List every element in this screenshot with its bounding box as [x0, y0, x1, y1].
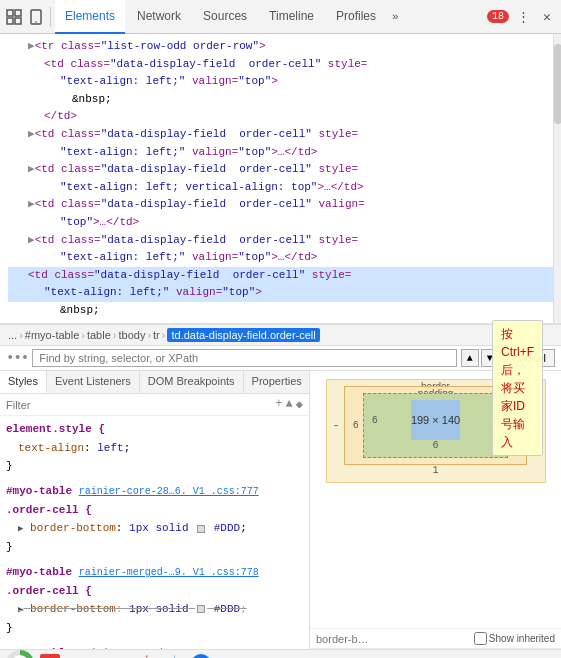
html-line[interactable]: "text-align: left;" valign="top">…</td>	[8, 249, 553, 267]
breadcrumb-tbody[interactable]: tbody	[118, 329, 145, 341]
css-source-link-2[interactable]: rainier-merged-…9. V1 .css:778	[79, 567, 259, 578]
search-dots: •••	[6, 350, 28, 366]
download-arrow-icon: ↓	[172, 653, 178, 658]
toolbar-separator	[50, 7, 51, 27]
scrollbar-thumb[interactable]	[554, 44, 561, 124]
html-line-selected[interactable]: "text-align: left;" valign="top">	[8, 284, 553, 302]
box-model-content: 199 × 140	[411, 400, 460, 440]
html-line[interactable]: ▶ <td class="data-display-field order-ce…	[8, 161, 553, 179]
annotation-text: 按Ctrl+F后，将买家ID号输入	[492, 320, 543, 456]
html-panel: ▶ <tr class="list-row-odd order-row"> <t…	[0, 34, 561, 324]
mobile-icon[interactable]	[26, 7, 46, 27]
css-close-brace: }	[6, 457, 303, 476]
padding-left-val: 6	[351, 420, 361, 431]
filter-input[interactable]	[6, 399, 271, 411]
diamond-icon[interactable]: ◆	[296, 397, 303, 412]
tab-dom-breakpoints[interactable]: DOM Breakpoints	[140, 371, 244, 393]
close-icon[interactable]: ✕	[537, 7, 557, 27]
tab-profiles[interactable]: Profiles	[326, 0, 386, 34]
tab-sources[interactable]: Sources	[193, 0, 257, 34]
svg-rect-3	[15, 18, 21, 24]
tab-properties[interactable]: Properties	[244, 371, 310, 393]
search-input[interactable]	[32, 349, 457, 367]
download-speed-wrapper: ↓ 0K/s	[164, 653, 186, 658]
toolbar-right: 18 ⋮ ✕	[485, 7, 557, 27]
styles-panel: Styles Event Listeners DOM Breakpoints P…	[0, 371, 310, 649]
css-close-brace: }	[6, 538, 303, 557]
css-source-link-1[interactable]: rainier-core-28…6. V1 .css:777	[79, 486, 259, 497]
breadcrumb-ellipsis[interactable]: ...	[8, 329, 17, 341]
styles-content: element.style { text-align: left; } #myo…	[0, 416, 309, 649]
css-selector-row: #myo-table rainier-core-28…6. V1 .css:77…	[6, 482, 303, 501]
add-button[interactable]: +	[191, 654, 211, 659]
status-bar: 67% S 学买卖@陈洲 ↑ 0K/s ↓ 0K/s +	[0, 649, 561, 658]
search-prev-button[interactable]: ▲	[461, 349, 479, 367]
html-line[interactable]: </td>	[8, 108, 553, 126]
panel-tabs: Styles Event Listeners DOM Breakpoints P…	[0, 371, 309, 394]
css-block-1: #myo-table rainier-core-28…6. V1 .css:77…	[6, 482, 303, 557]
css-prop-row[interactable]: text-align: left;	[6, 439, 303, 458]
html-line[interactable]: ▶ <td class="data-display-field order-ce…	[8, 126, 553, 144]
breadcrumb-tr[interactable]: tr	[153, 329, 160, 341]
tab-network[interactable]: Network	[127, 0, 191, 34]
html-line[interactable]: "text-align: left; vertical-align: top">…	[8, 179, 553, 197]
padding-bottom-val: 6	[370, 440, 502, 451]
css-block-3: #myo-table rainier-merged-…9. V1 .css:77…	[6, 644, 303, 649]
svg-rect-0	[7, 10, 13, 16]
css-prop-row[interactable]: ▶ border-bottom: 1px solid #DDD;	[6, 519, 303, 538]
add-filter-icon[interactable]: +	[275, 397, 282, 412]
css-selector-row: #myo-table rainier-merged-…9. V1 .css:77…	[6, 644, 303, 649]
css-selector-row: #myo-table rainier-merged-…9. V1 .css:77…	[6, 563, 303, 582]
tab-styles[interactable]: Styles	[0, 371, 47, 393]
css-subselector: .order-cell {	[6, 582, 303, 601]
html-line[interactable]: ▶ <td class="data-display-field order-ce…	[8, 232, 553, 250]
html-line[interactable]: <td class="data-display-field order-cell…	[8, 56, 553, 74]
html-line[interactable]: ▶ <tr class="list-row-odd order-row">	[8, 38, 553, 56]
tab-timeline[interactable]: Timeline	[259, 0, 324, 34]
tab-elements[interactable]: Elements	[55, 0, 125, 34]
css-prop-row-strikethrough[interactable]: ▶ border-bottom: 1px solid #DDD;	[6, 600, 303, 619]
filter-icons: + ▲ ◆	[275, 397, 303, 412]
css-block-2: #myo-table rainier-merged-…9. V1 .css:77…	[6, 563, 303, 638]
border-bottom-val: 1	[333, 465, 539, 476]
css-source-link-3[interactable]: rainier-merged-…9. V1 .css:778	[79, 648, 259, 649]
html-line-selected[interactable]: <td class="data-display-field order-cell…	[8, 267, 553, 285]
svg-rect-2	[7, 18, 13, 24]
breadcrumb-bar: ... › #myo-table › table › tbody › tr › …	[0, 324, 561, 346]
html-line[interactable]: &nbsp;	[8, 302, 553, 320]
svg-point-5	[35, 21, 37, 23]
more-tabs-button[interactable]: »	[388, 11, 403, 23]
tab-event-listeners[interactable]: Event Listeners	[47, 371, 140, 393]
pin-icon[interactable]: ▲	[286, 397, 293, 412]
bottom-panels: Styles Event Listeners DOM Breakpoints P…	[0, 371, 561, 649]
right-filter-input[interactable]	[316, 633, 376, 645]
scrollbar-track[interactable]	[553, 34, 561, 323]
border-left-val: -	[333, 419, 340, 433]
speed-indicators: ↑ 0K/s	[136, 653, 158, 658]
s-logo: S	[40, 654, 60, 659]
html-line[interactable]: </td>	[8, 320, 553, 325]
upload-arrow-icon: ↑	[144, 653, 150, 658]
breadcrumb-table[interactable]: table	[87, 329, 111, 341]
breadcrumb-selected-item[interactable]: td.data-display-field.order-cell	[167, 328, 319, 342]
html-line[interactable]: &nbsp;	[8, 91, 553, 109]
html-line[interactable]: "top">…</td>	[8, 214, 553, 232]
html-line[interactable]: "text-align: left;" valign="top">	[8, 73, 553, 91]
html-line[interactable]: "text-align: left;" valign="top">…</td>	[8, 144, 553, 162]
html-line[interactable]: ▶ <td class="data-display-field order-ce…	[8, 196, 553, 214]
inspect-icon[interactable]	[4, 7, 24, 27]
devtools-toolbar: Elements Network Sources Timeline Profil…	[0, 0, 561, 34]
menu-icon[interactable]: ⋮	[513, 7, 533, 27]
right-filter-bar: Show inherited	[310, 628, 561, 649]
css-selector: element.style {	[6, 420, 303, 439]
content-row: 6 199 × 140 6	[370, 400, 502, 440]
svg-rect-1	[15, 10, 21, 16]
color-swatch[interactable]	[197, 525, 205, 533]
css-block-element-style: element.style { text-align: left; }	[6, 420, 303, 476]
filter-bar: + ▲ ◆	[0, 394, 309, 416]
color-swatch[interactable]	[197, 605, 205, 613]
breadcrumb-myo-table[interactable]: #myo-table	[25, 329, 79, 341]
show-inherited-checkbox-wrapper: Show inherited	[474, 632, 555, 645]
css-subselector: .order-cell {	[6, 501, 303, 520]
show-inherited-checkbox[interactable]	[474, 632, 487, 645]
